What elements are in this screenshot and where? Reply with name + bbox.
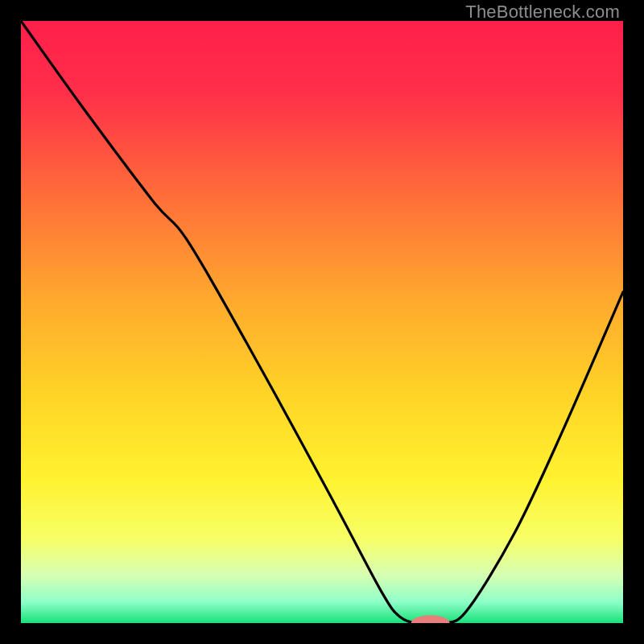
chart-background (21, 21, 623, 623)
chart-svg (21, 21, 623, 623)
chart-frame (21, 21, 623, 623)
watermark-text: TheBottleneck.com (465, 2, 620, 23)
